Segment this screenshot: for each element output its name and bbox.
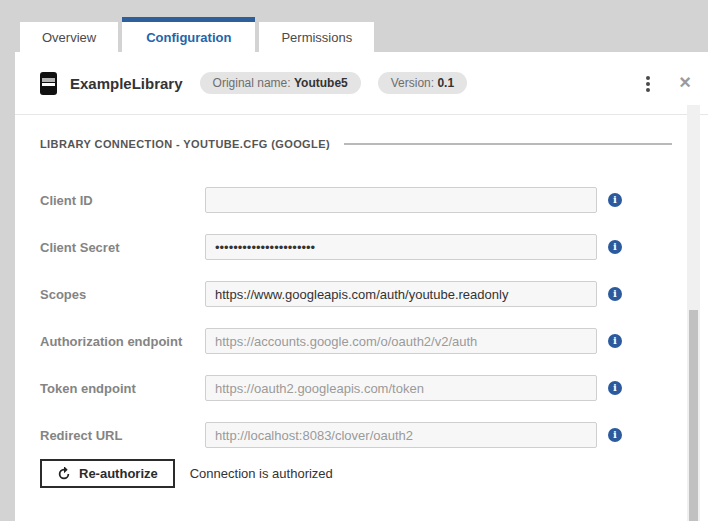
connection-form: Client ID i Client Secret i Scopes i Aut… [40, 187, 622, 469]
connection-status-text: Connection is authorized [190, 466, 333, 481]
authorization-endpoint-input[interactable] [205, 328, 597, 354]
configuration-panel: ExampleLibrary Original name: Youtube5 V… [15, 52, 708, 521]
token-endpoint-input[interactable] [205, 375, 597, 401]
redirect-url-input[interactable] [205, 422, 597, 448]
section-divider [344, 143, 672, 145]
reauthorize-button-label: Re-authorize [79, 466, 158, 481]
info-icon[interactable]: i [608, 240, 622, 254]
field-row-redirect-url: Redirect URL i [40, 422, 622, 448]
info-icon[interactable]: i [608, 381, 622, 395]
scrollbar-thumb[interactable] [689, 310, 698, 521]
scopes-label: Scopes [40, 287, 205, 302]
reauthorize-button[interactable]: Re-authorize [40, 459, 175, 488]
client-id-label: Client ID [40, 193, 205, 208]
authorization-endpoint-label: Authorization endpoint [40, 334, 205, 349]
library-book-icon [40, 72, 57, 95]
redirect-url-label: Redirect URL [40, 428, 205, 443]
tab-overview[interactable]: Overview [20, 22, 118, 52]
library-title: ExampleLibrary [70, 75, 183, 92]
version-label: Version: [391, 76, 434, 90]
field-row-client-secret: Client Secret i [40, 234, 622, 260]
section-header: LIBRARY CONNECTION - YOUTUBE.CFG (GOOGLE… [40, 138, 672, 150]
original-name-label: Original name: [213, 76, 291, 90]
client-id-input[interactable] [205, 187, 597, 213]
version-value: 0.1 [437, 76, 454, 90]
section-title: LIBRARY CONNECTION - YOUTUBE.CFG (GOOGLE… [40, 138, 330, 150]
tab-permissions[interactable]: Permissions [259, 22, 374, 52]
original-name-value: Youtube5 [294, 76, 348, 90]
panel-header: ExampleLibrary Original name: Youtube5 V… [15, 52, 708, 115]
client-secret-input[interactable] [205, 234, 597, 260]
kebab-menu-icon[interactable] [640, 74, 656, 94]
footer-row: Re-authorize Connection is authorized [40, 459, 333, 488]
vertical-scrollbar[interactable] [687, 105, 700, 521]
info-icon[interactable]: i [608, 334, 622, 348]
close-icon[interactable]: × [675, 72, 695, 92]
field-row-token-endpoint: Token endpoint i [40, 375, 622, 401]
info-icon[interactable]: i [608, 287, 622, 301]
tab-configuration[interactable]: Configuration [122, 17, 255, 52]
original-name-badge: Original name: Youtube5 [200, 72, 361, 94]
info-icon[interactable]: i [608, 428, 622, 442]
field-row-scopes: Scopes i [40, 281, 622, 307]
tab-bar: Overview Configuration Permissions [20, 17, 374, 52]
version-badge: Version: 0.1 [378, 72, 467, 94]
info-icon[interactable]: i [608, 193, 622, 207]
field-row-client-id: Client ID i [40, 187, 622, 213]
token-endpoint-label: Token endpoint [40, 381, 205, 396]
scopes-input[interactable] [205, 281, 597, 307]
field-row-authorization-endpoint: Authorization endpoint i [40, 328, 622, 354]
client-secret-label: Client Secret [40, 240, 205, 255]
refresh-icon [57, 467, 71, 481]
